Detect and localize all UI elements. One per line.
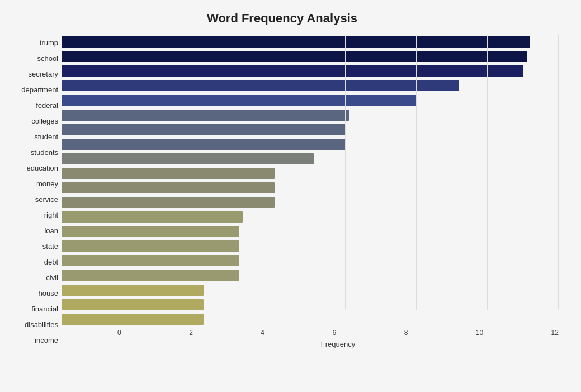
bar-row	[62, 137, 559, 151]
bar-row	[62, 152, 559, 166]
chart-title: Word Frequency Analysis	[6, 11, 559, 26]
bar-row	[62, 210, 559, 224]
y-axis-label: debt	[44, 254, 58, 270]
bar	[62, 168, 275, 179]
bar-row	[62, 297, 559, 311]
bar	[62, 314, 204, 325]
bar-row	[62, 239, 559, 253]
y-axis-label: department	[21, 82, 58, 97]
x-tick: 6	[332, 329, 336, 337]
y-axis-label: trump	[40, 35, 58, 50]
y-axis-label: colleges	[31, 113, 58, 129]
y-axis-label: education	[27, 160, 58, 176]
y-axis-label: financial	[31, 301, 58, 317]
x-tick: 8	[404, 329, 408, 337]
y-axis-label: disabilities	[25, 317, 58, 333]
bar	[62, 36, 530, 48]
bars-area	[62, 35, 559, 327]
bottom-section: 024681012 Frequency	[117, 327, 559, 348]
chart-container: Word Frequency Analysis trumpschoolsecre…	[0, 0, 581, 392]
x-tick: 2	[189, 329, 193, 337]
y-axis-label: loan	[44, 223, 58, 239]
y-axis-label: service	[35, 191, 58, 207]
bar-row	[62, 35, 559, 49]
y-axis-label: secretary	[29, 66, 58, 82]
chart-area: trumpschoolsecretarydepartmentfederalcol…	[6, 35, 559, 348]
y-axis-label: student	[34, 129, 58, 144]
bar	[62, 110, 349, 121]
y-axis-label: civil	[46, 270, 58, 286]
bar-row	[62, 225, 559, 239]
bar	[62, 285, 204, 296]
bar	[62, 65, 523, 77]
y-axis-label: money	[36, 176, 58, 191]
bar-row	[62, 181, 559, 195]
bar	[62, 51, 527, 62]
bar	[62, 182, 275, 193]
y-axis-label: right	[44, 207, 58, 223]
bar	[62, 80, 459, 91]
bar	[62, 255, 239, 266]
x-axis: 024681012	[117, 329, 559, 337]
bar-row	[62, 283, 559, 297]
bar	[62, 124, 346, 135]
x-tick: 12	[551, 329, 559, 337]
y-axis-label: federal	[36, 97, 58, 113]
y-axis-label: house	[39, 286, 58, 301]
bar	[62, 95, 417, 106]
y-axis-label: school	[37, 50, 58, 66]
bar-row	[62, 196, 559, 210]
bar	[62, 197, 275, 208]
bar-row	[62, 268, 559, 282]
bar-row	[62, 108, 559, 122]
x-tick: 4	[261, 329, 264, 337]
bar	[62, 226, 239, 237]
bar-row	[62, 254, 559, 268]
y-axis-label: state	[42, 239, 58, 254]
bar-row	[62, 79, 559, 93]
y-axis-label: income	[35, 333, 58, 348]
y-axis-label: students	[31, 144, 58, 160]
x-tick: 10	[476, 329, 483, 337]
bar-row	[62, 312, 559, 326]
y-axis: trumpschoolsecretarydepartmentfederalcol…	[6, 35, 62, 348]
bar	[62, 139, 346, 150]
bar-row	[62, 122, 559, 136]
bar	[62, 153, 314, 164]
bar-row	[62, 93, 559, 107]
bar	[62, 211, 243, 223]
bar-row	[62, 50, 559, 64]
x-axis-label: Frequency	[117, 340, 559, 348]
bar	[62, 299, 204, 310]
bar	[62, 270, 239, 281]
bar-row	[62, 64, 559, 78]
x-tick: 0	[117, 329, 121, 337]
bar-row	[62, 166, 559, 180]
bar	[62, 240, 239, 252]
